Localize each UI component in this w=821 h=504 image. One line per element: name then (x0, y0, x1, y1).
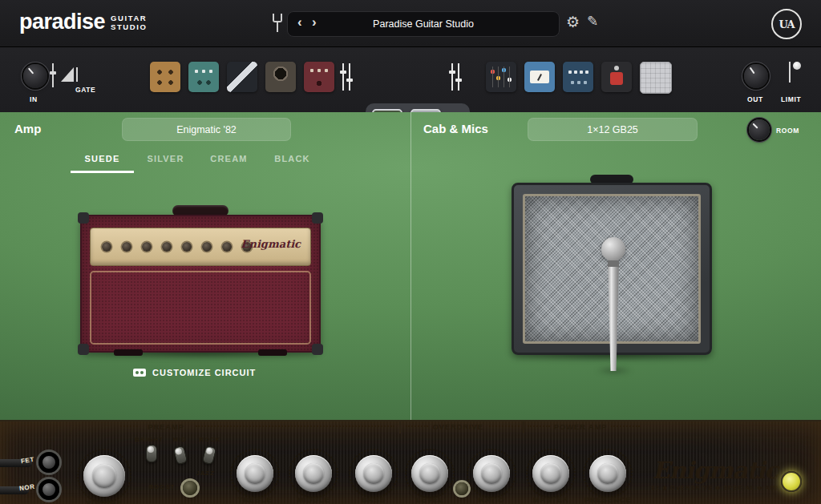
amp-head-image: Enigmatic (80, 215, 321, 353)
amp-foot (114, 349, 143, 356)
volume-knob[interactable] (83, 455, 125, 497)
gate-threshold-icon[interactable] (61, 67, 74, 82)
level-knob[interactable] (411, 455, 448, 492)
chain-slot-pedal-olive[interactable] (265, 62, 296, 92)
master-label: MASTER (523, 495, 579, 504)
chain-slot-pedal-dark[interactable] (227, 62, 257, 92)
section-divider (410, 112, 411, 420)
settings-gear-icon[interactable]: ⚙ (566, 13, 580, 31)
nor-input-jack[interactable] (38, 479, 59, 500)
amp-foot (258, 349, 287, 356)
boost-button[interactable] (183, 481, 197, 495)
chain-slot-eq-mixer[interactable] (486, 62, 516, 92)
chain-fader-icon[interactable] (340, 63, 353, 91)
input-gain-knob[interactable] (23, 64, 47, 88)
signal-chain-toolbar: IN GATE Enigma OUT (0, 47, 821, 113)
room-label: ROOM (776, 127, 799, 135)
logo-sub-guitar: GUITAR (111, 14, 147, 22)
preset-bar[interactable]: ‹ › Paradise Guitar Studio (287, 11, 560, 37)
tab-silver[interactable]: SILVER (134, 154, 197, 173)
chain-slot-pedal-tan[interactable] (150, 62, 180, 92)
amp-corner-cap (78, 344, 89, 355)
tab-cream[interactable]: CREAM (197, 154, 261, 173)
chain-fader-icon-2[interactable] (449, 63, 462, 91)
jazz-label: JAZZ (191, 470, 220, 477)
fet-input-jack[interactable] (38, 452, 59, 473)
main-stage: Amp Enigmatic '82 SUEDE SILVER CREAM BLA… (0, 112, 821, 420)
amp-mini-knob (222, 242, 232, 252)
knob-pointer (753, 123, 758, 129)
tuner-fork-prongs (273, 14, 282, 22)
section-tick (399, 421, 401, 433)
customize-circuit-button[interactable]: CUSTOMIZE CIRCUIT (133, 368, 256, 377)
amp-corner-cap (78, 212, 89, 224)
paradise-logo: paradise (19, 10, 105, 34)
overdrive-section-label: OVERDRIVE (430, 422, 486, 431)
cab-model-selector[interactable]: 1×12 GB25 (528, 118, 698, 141)
ua-logo[interactable]: UA (771, 9, 802, 39)
microphone-head[interactable] (601, 237, 625, 261)
amp-mini-knob (142, 242, 152, 252)
ratio-knob[interactable] (473, 455, 510, 492)
power-lamp[interactable] (781, 471, 802, 492)
chain-slot-empty[interactable] (640, 62, 672, 94)
mid-label: MID (165, 436, 194, 443)
treble-label: TREBLE (227, 495, 283, 504)
knob-pointer (28, 67, 34, 74)
cab-section-title: Cab & Mics (423, 122, 488, 135)
amp-brand-subtitle: '82 ◆ OVERDRIVE ◆ SPECIAL ◆ AMP (641, 484, 789, 491)
pedal-plug-icon (133, 369, 146, 377)
amp-gold-trim (90, 271, 311, 345)
bass-label: BASS (346, 495, 402, 504)
output-gain-knob[interactable] (744, 64, 768, 88)
limit-slider[interactable] (789, 62, 791, 83)
amp-corner-cap (312, 212, 323, 224)
stomp-knob-dot (614, 66, 619, 71)
presence-knob[interactable] (589, 455, 626, 492)
gate-label: GATE (75, 86, 95, 94)
master-knob[interactable] (532, 455, 569, 492)
bright-switch[interactable] (146, 445, 157, 462)
overdrive-select-button[interactable] (455, 482, 468, 495)
boost-label: BOOST (146, 483, 178, 490)
amp-plate-logo: Enigmatic (241, 238, 301, 250)
chain-slot-pedal-maroon[interactable] (304, 62, 334, 92)
chain-slot-vu-meter[interactable] (524, 62, 555, 92)
tab-suede[interactable]: SUEDE (71, 154, 134, 173)
dotted-rule (196, 425, 394, 427)
tuner-fork-stem (277, 22, 278, 32)
amp-brand-logo: Enigmatic (646, 457, 784, 484)
limit-knob-dot[interactable] (793, 62, 801, 70)
amp-mini-knob (122, 242, 131, 252)
nor-label: NOR (18, 483, 35, 493)
edit-pencil-icon[interactable]: ✎ (587, 13, 598, 30)
poweramp-section-label: POWER AMP (552, 422, 609, 431)
amp-model-selector[interactable]: Enigmatic '82 (122, 118, 291, 141)
room-knob[interactable] (749, 119, 770, 140)
gate-fader-icon[interactable] (48, 63, 58, 87)
middle-knob[interactable] (295, 455, 332, 492)
dotted-rule (528, 425, 550, 427)
bass-knob[interactable] (355, 455, 392, 492)
limit-label: LIMIT (781, 95, 801, 103)
chain-slot-rack-unit[interactable] (563, 62, 593, 92)
dotted-rule (406, 425, 428, 427)
gate-bar-icon (76, 67, 78, 82)
mid-switch[interactable] (173, 446, 188, 466)
tuner-icon[interactable] (273, 14, 282, 33)
chain-slot-stomp-red[interactable] (601, 62, 632, 92)
tab-black[interactable]: BLACK (261, 154, 324, 173)
rock-switch[interactable] (202, 446, 217, 466)
fet-label: FET (20, 456, 34, 465)
amp-finish-tabs: SUEDE SILVER CREAM BLACK (71, 154, 324, 173)
presence-label: PRESENCE (578, 495, 637, 504)
chain-slot-pedal-teal[interactable] (188, 62, 219, 92)
treble-knob[interactable] (237, 455, 273, 492)
dotted-rule (489, 425, 520, 427)
amp-mini-knob (102, 242, 111, 252)
volume-label: VOLUME (76, 498, 132, 504)
logo-sub-studio: STUDIO (111, 22, 148, 31)
level-label: LEVEL (402, 495, 458, 504)
amp-mini-knob (182, 242, 192, 252)
preset-name[interactable]: Paradise Guitar Studio (288, 18, 559, 30)
